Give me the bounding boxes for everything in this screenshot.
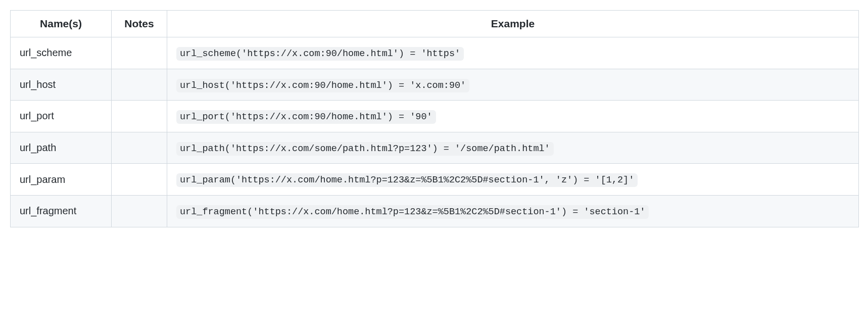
cell-example: url_port('https://x.com:90/home.html') =… — [167, 101, 859, 132]
cell-notes — [112, 164, 167, 196]
code-example: url_fragment('https://x.com/home.html?p=… — [176, 205, 649, 219]
cell-notes — [112, 101, 167, 132]
table-header-row: Name(s) Notes Example — [11, 11, 859, 37]
cell-name: url_path — [11, 132, 112, 164]
header-name: Name(s) — [11, 11, 112, 37]
cell-notes — [112, 69, 167, 101]
code-example: url_host('https://x.com:90/home.html') =… — [176, 79, 469, 92]
table-row: url_host url_host('https://x.com:90/home… — [11, 69, 859, 101]
cell-notes — [112, 132, 167, 164]
cell-name: url_host — [11, 69, 112, 101]
code-example: url_port('https://x.com:90/home.html') =… — [176, 110, 436, 124]
table-row: url_port url_port('https://x.com:90/home… — [11, 101, 859, 132]
cell-name: url_fragment — [11, 195, 112, 227]
table-row: url_fragment url_fragment('https://x.com… — [11, 195, 859, 227]
cell-name: url_scheme — [11, 37, 112, 69]
cell-example: url_host('https://x.com:90/home.html') =… — [167, 69, 859, 101]
table-container: Name(s) Notes Example url_scheme url_sch… — [10, 10, 859, 227]
cell-name: url_port — [11, 101, 112, 132]
cell-example: url_param('https://x.com/home.html?p=123… — [167, 164, 859, 196]
cell-example: url_path('https://x.com/some/path.html?p… — [167, 132, 859, 164]
header-notes: Notes — [112, 11, 167, 37]
code-example: url_path('https://x.com/some/path.html?p… — [176, 142, 554, 156]
table-row: url_param url_param('https://x.com/home.… — [11, 164, 859, 196]
table-row: url_scheme url_scheme('https://x.com:90/… — [11, 37, 859, 69]
cell-name: url_param — [11, 164, 112, 196]
code-example: url_scheme('https://x.com:90/home.html')… — [176, 47, 464, 61]
table-row: url_path url_path('https://x.com/some/pa… — [11, 132, 859, 164]
functions-table: Name(s) Notes Example url_scheme url_sch… — [10, 10, 859, 227]
cell-example: url_scheme('https://x.com:90/home.html')… — [167, 37, 859, 69]
cell-notes — [112, 195, 167, 227]
header-example: Example — [167, 11, 859, 37]
cell-example: url_fragment('https://x.com/home.html?p=… — [167, 195, 859, 227]
cell-notes — [112, 37, 167, 69]
code-example: url_param('https://x.com/home.html?p=123… — [176, 173, 638, 187]
